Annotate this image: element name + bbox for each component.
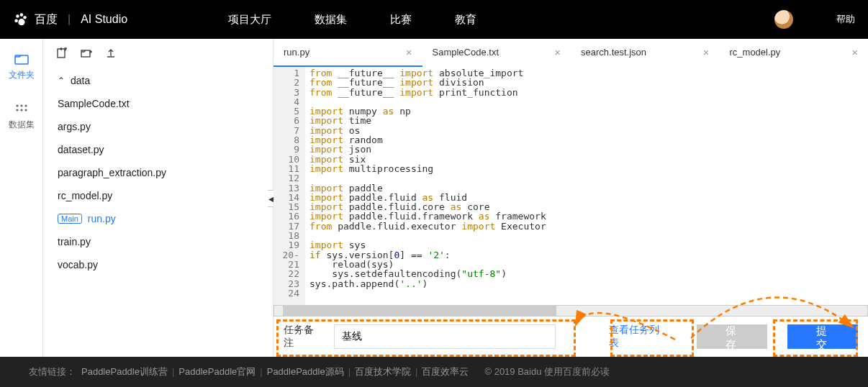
svg-point-10 <box>20 109 22 111</box>
footer-links: PaddlePaddle训练营|PaddlePaddle官网|PaddlePad… <box>81 365 469 378</box>
editor-tabs: run.py× SampleCode.txt× search.test.json… <box>273 39 868 67</box>
svg-point-4 <box>18 19 24 25</box>
scrollbar-thumb[interactable] <box>283 306 556 316</box>
rail-datasets[interactable]: 数据集 <box>9 103 35 131</box>
tree-file[interactable]: paragraph_extraction.py <box>43 161 273 184</box>
footer-copyright: © 2019 Baidu 使用百度前必读 <box>484 365 610 378</box>
nav-education[interactable]: 教育 <box>455 13 476 27</box>
upload-icon[interactable] <box>105 47 117 59</box>
svg-point-11 <box>24 109 27 111</box>
tree-folder-data[interactable]: ⌃data <box>43 69 273 92</box>
tab-rc-model[interactable]: rc_model.py× <box>720 39 869 67</box>
svg-point-8 <box>24 104 27 106</box>
brand-separator: | <box>68 13 71 26</box>
close-icon[interactable]: × <box>554 46 561 58</box>
top-bar: 百度 | AI Studio 项目大厅 数据集 比赛 教育 帮助 <box>0 0 868 39</box>
logo[interactable]: 百度 | AI Studio <box>13 12 127 27</box>
close-icon[interactable]: × <box>703 46 710 58</box>
svg-point-3 <box>14 19 18 23</box>
tree-folder-label: data <box>71 75 90 86</box>
tree-file-main[interactable]: Mainrun.py <box>43 207 273 230</box>
svg-point-1 <box>20 13 24 17</box>
editor-area: ◀ run.py× SampleCode.txt× search.test.js… <box>273 39 868 357</box>
task-note-label: 任务备注 <box>284 324 324 350</box>
chevron-down-icon: ⌃ <box>58 76 65 86</box>
submit-button[interactable]: 提 交 <box>787 324 858 349</box>
tab-label: SampleCode.txt <box>433 47 499 58</box>
nav-help[interactable]: 帮助 <box>836 13 855 26</box>
bottom-bar: 任务备注 查看任务列表 保 存 提 交 <box>273 317 868 357</box>
footer-link[interactable]: 百度技术学院 <box>355 366 411 377</box>
sidebar-toolbar <box>43 39 273 68</box>
tree-file[interactable]: args.py <box>43 115 273 138</box>
tab-label: rc_model.py <box>730 47 781 58</box>
tree-file[interactable]: SampleCode.txt <box>43 92 273 115</box>
close-icon[interactable]: × <box>851 46 858 58</box>
tree-file[interactable]: train.py <box>43 230 273 253</box>
rail-files-label: 文件夹 <box>9 69 35 81</box>
left-rail: 文件夹 数据集 <box>0 39 43 357</box>
brand-text-cn: 百度 <box>35 12 58 27</box>
new-file-icon[interactable] <box>56 47 68 59</box>
grid-icon <box>14 103 29 114</box>
svg-point-9 <box>16 109 18 111</box>
save-button[interactable]: 保 存 <box>697 324 767 349</box>
svg-point-2 <box>23 16 27 19</box>
tab-search-json[interactable]: search.test.json× <box>571 39 720 67</box>
nav-projects[interactable]: 项目大厅 <box>228 13 271 27</box>
footer-link[interactable]: PaddlePaddle源码 <box>267 366 344 377</box>
brand-text-studio: AI Studio <box>81 13 127 26</box>
rail-files[interactable]: 文件夹 <box>9 53 35 81</box>
footer-prefix: 友情链接： <box>29 365 76 378</box>
main-area: 文件夹 数据集 ⌃data SampleCode.txt args.py dat… <box>0 39 868 357</box>
footer-link[interactable]: 百度效率云 <box>422 366 469 377</box>
main-badge: Main <box>58 214 82 224</box>
tree-file[interactable]: rc_model.py <box>43 184 273 207</box>
file-tree: ⌃data SampleCode.txt args.py dataset.py … <box>43 68 273 278</box>
tab-label: search.test.json <box>581 47 646 58</box>
footer-link[interactable]: PaddlePaddle官网 <box>178 366 256 377</box>
tab-label: run.py <box>284 47 309 58</box>
code-body[interactable]: from __future__ import absolute_importfr… <box>305 67 868 305</box>
svg-point-0 <box>16 14 19 18</box>
svg-point-7 <box>20 104 22 106</box>
code-editor[interactable]: 1234567891011121314151617181920-21222324… <box>273 67 868 305</box>
new-folder-icon[interactable] <box>81 47 92 59</box>
top-nav: 项目大厅 数据集 比赛 教育 <box>228 13 476 27</box>
tree-file[interactable]: dataset.py <box>43 138 273 161</box>
svg-point-6 <box>16 104 18 106</box>
footer-link[interactable]: PaddlePaddle训练营 <box>81 366 168 377</box>
avatar-icon[interactable] <box>774 10 793 29</box>
folder-icon <box>14 53 29 65</box>
tree-file[interactable]: vocab.py <box>43 253 273 276</box>
task-note-input[interactable] <box>334 324 556 349</box>
tree-main-label: run.py <box>88 213 116 224</box>
footer: 友情链接： PaddlePaddle训练营|PaddlePaddle官网|Pad… <box>0 357 868 387</box>
view-task-list-link[interactable]: 查看任务列表 <box>609 324 669 350</box>
h-scrollbar[interactable] <box>273 305 868 317</box>
nav-datasets[interactable]: 数据集 <box>315 13 347 27</box>
line-gutter: 1234567891011121314151617181920-21222324 <box>273 67 305 305</box>
nav-competitions[interactable]: 比赛 <box>390 13 412 27</box>
baidu-paw-icon <box>13 12 29 27</box>
rail-datasets-label: 数据集 <box>9 119 35 131</box>
tab-samplecode[interactable]: SampleCode.txt× <box>422 39 571 67</box>
tab-run-py[interactable]: run.py× <box>273 39 422 67</box>
close-icon[interactable]: × <box>406 46 412 58</box>
file-sidebar: ⌃data SampleCode.txt args.py dataset.py … <box>43 39 273 357</box>
